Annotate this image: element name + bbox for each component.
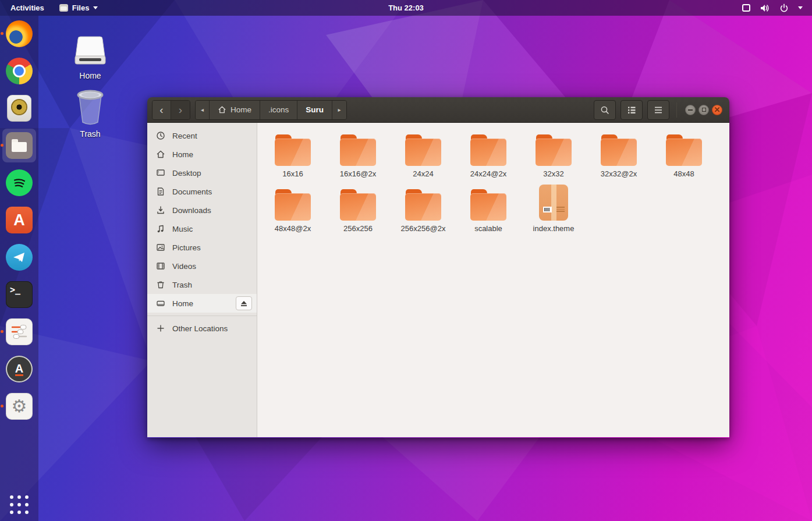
sidebar-item-recent[interactable]: Recent [147,126,257,145]
search-button[interactable] [594,100,616,120]
file-item-folder[interactable]: 16x16 [260,130,325,183]
sidebar-item-label: Other Locations [172,324,228,333]
file-item-folder[interactable]: scalable [456,185,521,238]
file-name: 24x24 [413,169,433,178]
eject-button[interactable] [236,296,252,310]
file-item-folder[interactable]: 48x48@2x [260,185,325,238]
sidebar-item-label: Documents [172,187,212,196]
path-scroll-left-icon[interactable]: ◂ [196,101,210,119]
folder-icon [405,134,441,166]
back-button[interactable]: ‹ [153,101,171,119]
activities-button[interactable]: Activities [10,3,44,12]
sidebar-item-label: Downloads [172,206,211,215]
sidebar-item-downloads[interactable]: Downloads [147,201,257,219]
file-item-folder[interactable]: 24x24 [391,130,456,183]
dock-item-terminal[interactable]: >_ [5,281,33,309]
file-item-folder[interactable]: 48x48 [651,130,717,183]
file-name: 32x32@2x [601,169,637,178]
sidebar-item-other-locations[interactable]: Other Locations [147,319,257,338]
forward-button[interactable]: › [171,101,190,119]
folder-icon [340,134,376,166]
clock[interactable]: Thu 22:03 [388,3,424,12]
breadcrumb-suru[interactable]: Suru [297,101,332,119]
sidebar-item-home[interactable]: Home [147,145,257,164]
close-button[interactable]: ✕ [712,105,722,115]
pictures-icon [156,243,165,252]
running-indicator [1,405,3,407]
folder-icon [275,134,311,166]
sidebar-separator [147,316,257,316]
sidebar: Recent Home Desktop [147,123,257,437]
music-icon [156,224,165,233]
files-window: ‹ › ◂ Home .icons Suru ▸ [147,97,729,438]
sidebar-item-pictures[interactable]: Pictures [147,238,257,257]
dock-item-telegram[interactable] [5,243,33,271]
sidebar-item-label: Home [172,299,193,308]
file-item-folder[interactable]: 24x24@2x [456,130,521,183]
file-item-folder[interactable]: 32x32@2x [586,130,651,183]
sidebar-item-desktop[interactable]: Desktop [147,164,257,182]
running-indicator [1,330,3,333]
chevron-down-icon [798,6,803,9]
recent-icon [156,131,165,140]
file-name: 256x256@2x [401,224,446,233]
list-view-icon [627,105,636,115]
a-app-icon: A [6,207,33,233]
breadcrumb-home[interactable]: Home [210,101,260,119]
power-icon [779,3,789,13]
sidebar-item-trash[interactable]: Trash [147,275,257,294]
dock-item-software-updater[interactable]: A [5,355,33,383]
sidebar-item-label: Trash [172,281,192,289]
file-item-folder[interactable]: 256x256 [325,185,391,238]
sidebar-item-home-volume[interactable]: Home [147,294,257,313]
system-status-area[interactable] [742,3,803,13]
tweaks-icon [6,318,33,345]
terminal-icon: >_ [6,281,33,308]
dock-item-a-app[interactable]: A [5,206,33,234]
maximize-button[interactable] [698,105,709,115]
dock-item-settings[interactable]: ⚙ [5,392,33,420]
minimize-button[interactable] [685,105,696,115]
menu-button[interactable] [647,100,669,120]
documents-icon [156,187,165,196]
file-item-theme-file[interactable]: index.theme [521,185,586,238]
trash-icon [156,280,165,289]
folder-icon [666,134,702,166]
file-item-folder[interactable]: 16x16@2x [325,130,391,183]
headerbar: ‹ › ◂ Home .icons Suru ▸ [147,97,729,123]
sidebar-item-music[interactable]: Music [147,219,257,238]
file-name: 32x32 [543,169,563,178]
dock-item-spotify[interactable] [5,169,33,197]
folder-icon [536,134,572,166]
drive-icon [156,299,165,308]
home-drive-icon [58,27,122,69]
show-applications-icon[interactable] [10,495,29,514]
desktop-icon-home[interactable]: Home [58,27,122,80]
firefox-icon [6,20,33,47]
breadcrumb-icons[interactable]: .icons [260,101,297,119]
app-menu[interactable]: Files [59,3,98,12]
dock-item-firefox[interactable] [5,20,33,48]
files-icon [6,132,33,159]
file-grid[interactable]: 16x16 16x16@2x 24x24 24x24@2x 32x32 32x3… [257,123,729,437]
desktop-icon-trash[interactable]: Trash [58,85,122,139]
running-indicator [1,32,3,35]
path-scroll-right-icon[interactable]: ▸ [332,101,346,119]
folder-icon [601,134,637,166]
sidebar-item-videos[interactable]: Videos [147,257,257,275]
dock-item-chrome[interactable] [5,57,33,85]
software-updater-icon: A [6,356,33,382]
dock-item-files[interactable] [5,132,33,160]
folder-icon [405,189,441,221]
sidebar-item-documents[interactable]: Documents [147,182,257,201]
desktop-icon [156,168,165,178]
screen-icon [742,4,750,12]
dock-item-tweaks[interactable] [5,318,33,346]
dock-item-rhythmbox[interactable] [5,94,33,122]
file-name: index.theme [533,224,575,233]
maximize-icon [702,108,706,112]
file-item-folder[interactable]: 256x256@2x [391,185,456,238]
minimize-icon [688,109,693,111]
view-toggle-button[interactable] [620,100,643,120]
file-item-folder[interactable]: 32x32 [521,130,586,183]
